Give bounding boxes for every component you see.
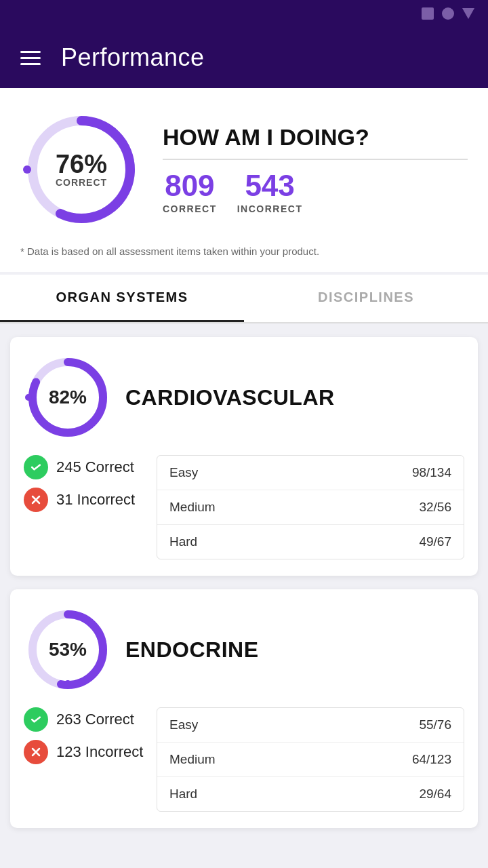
incorrect-icon — [24, 488, 48, 512]
diff-row-medium: Medium 32/56 — [157, 490, 464, 525]
endocrine-stats: 263 Correct 123 Incorrect — [24, 707, 146, 764]
endocrine-title: ENDOCRINE — [125, 637, 259, 663]
cardiovascular-bottom: 245 Correct 31 Incorrect Easy 98/134 — [24, 455, 464, 559]
total-correct-label: CORRECT — [163, 203, 217, 214]
endocrine-bottom: 263 Correct 123 Incorrect Easy 55/76 — [24, 707, 464, 812]
diff-row-easy: Easy 98/134 — [157, 456, 464, 490]
summary-section: 76% CORRECT HOW AM I DOING? 809 CORRECT … — [0, 88, 488, 272]
endocrine-card-top: 53% ENDOCRINE — [24, 606, 464, 694]
summary-heading: HOW AM I DOING? — [163, 125, 468, 150]
cardiovascular-title: CARDIOVASCULAR — [125, 385, 335, 410]
tab-organ-systems[interactable]: ORGAN SYSTEMS — [0, 275, 244, 322]
endocrine-correct-row: 263 Correct — [24, 707, 146, 732]
tab-disciplines[interactable]: DISCIPLINES — [244, 275, 488, 322]
page-title: Performance — [61, 43, 205, 72]
status-icon-square — [422, 7, 434, 20]
cardiovascular-stats: 245 Correct 31 Incorrect — [24, 455, 146, 512]
endocrine-incorrect-row: 123 Incorrect — [24, 740, 146, 764]
cardiovascular-correct-row: 245 Correct — [24, 455, 146, 479]
total-incorrect-stat: 543 INCORRECT — [237, 171, 303, 214]
main-donut-percent: 76% — [56, 151, 107, 177]
endocrine-diff-row-hard: Hard 29/64 — [157, 777, 464, 811]
endocrine-percent: 53% — [49, 639, 87, 660]
cardiovascular-incorrect-count: 31 Incorrect — [56, 491, 135, 509]
summary-stats: HOW AM I DOING? 809 CORRECT 543 INCORREC… — [163, 125, 468, 214]
cardiovascular-donut: 82% — [24, 353, 112, 441]
status-bar — [0, 0, 488, 27]
endocrine-donut: 53% — [24, 606, 112, 694]
endocrine-card: 53% ENDOCRINE 263 Correct — [10, 589, 478, 828]
endocrine-correct-icon — [24, 707, 48, 732]
correct-icon — [24, 455, 48, 479]
endocrine-incorrect-icon — [24, 740, 48, 764]
endocrine-incorrect-count: 123 Incorrect — [56, 743, 143, 761]
endocrine-difficulty-table: Easy 55/76 Medium 64/123 Hard 29/64 — [157, 707, 464, 812]
endocrine-diff-row-medium: Medium 64/123 — [157, 743, 464, 777]
tabs-bar: ORGAN SYSTEMS DISCIPLINES — [0, 275, 488, 323]
total-incorrect-label: INCORRECT — [237, 203, 303, 214]
app-header: Performance — [0, 27, 488, 88]
cardiovascular-percent: 82% — [49, 387, 87, 408]
total-correct-stat: 809 CORRECT — [163, 171, 217, 214]
cards-container: 82% CARDIOVASCULAR 245 Correct — [0, 323, 488, 842]
disclaimer-text: * Data is based on all assessment items … — [20, 244, 468, 258]
cardiovascular-card: 82% CARDIOVASCULAR 245 Correct — [10, 337, 478, 576]
endocrine-diff-row-easy: Easy 55/76 — [157, 708, 464, 743]
main-donut-label: CORRECT — [56, 177, 107, 188]
main-donut-chart: 76% CORRECT — [20, 108, 142, 231]
cardiovascular-incorrect-row: 31 Incorrect — [24, 488, 146, 512]
status-icon-circle — [442, 7, 454, 20]
stats-numbers: 809 CORRECT 543 INCORRECT — [163, 171, 468, 214]
card-top: 82% CARDIOVASCULAR — [24, 353, 464, 441]
hamburger-menu[interactable] — [20, 51, 41, 65]
total-correct-value: 809 — [163, 171, 217, 201]
summary-top: 76% CORRECT HOW AM I DOING? 809 CORRECT … — [20, 108, 468, 231]
status-icon-triangle — [462, 8, 474, 19]
endocrine-correct-count: 263 Correct — [56, 711, 134, 728]
total-incorrect-value: 543 — [237, 171, 303, 201]
cardiovascular-difficulty-table: Easy 98/134 Medium 32/56 Hard 49/67 — [157, 455, 464, 559]
diff-row-hard: Hard 49/67 — [157, 525, 464, 559]
cardiovascular-correct-count: 245 Correct — [56, 458, 134, 476]
